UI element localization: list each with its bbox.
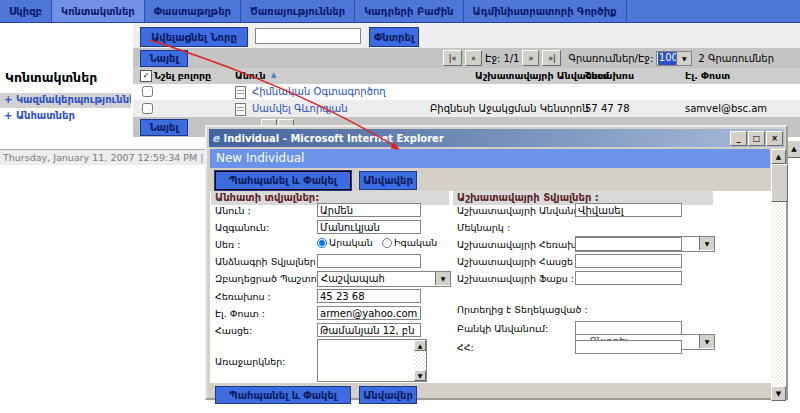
form-panel: Անհատի տվյալներ: Աշխատավայրի Տվյալներ : …	[210, 191, 771, 383]
cancel-button[interactable]: Անվավեր	[359, 386, 417, 404]
phone-label: Հեռախոս :	[215, 291, 271, 302]
sidebar-item-label[interactable]: Կազմակերպություններ	[16, 94, 131, 105]
view-button[interactable]: Նայել	[140, 119, 188, 136]
popup-scrollbar[interactable]: ▲ ▼	[771, 149, 786, 401]
per-page-select[interactable]: 100 ▼	[656, 51, 692, 66]
minimize-button[interactable]: _	[730, 131, 747, 146]
chevron-down-icon[interactable]: ▼	[699, 237, 714, 250]
prev-page-button[interactable]: «	[465, 50, 482, 66]
view-button[interactable]: Նայել	[140, 50, 188, 67]
surname-field[interactable]	[317, 220, 421, 234]
account-number-field[interactable]	[575, 340, 682, 354]
sort-ascending-icon[interactable]: ▲	[271, 71, 276, 79]
last-page-button[interactable]: »|	[542, 50, 561, 66]
scroll-down-icon[interactable]: ▼	[414, 370, 426, 381]
popup-window: e Individual - Microsoft Internet Explor…	[205, 125, 788, 400]
contact-name-link[interactable]: Սամվել Գևորգյան	[252, 103, 348, 114]
maximize-button[interactable]: □	[748, 131, 765, 146]
bank-name-field[interactable]	[575, 321, 682, 335]
workplace-phone-field[interactable]	[575, 237, 682, 251]
passport-field[interactable]	[317, 254, 421, 268]
sidebar-item-individuals[interactable]: + Անհատներ	[0, 109, 131, 124]
sidebar-item-label[interactable]: Անհատներ	[16, 110, 75, 121]
scroll-up-icon[interactable]: ▲	[771, 149, 786, 164]
nav-item-services[interactable]: Ծառայություններ	[241, 0, 355, 22]
address-label: Հասցե:	[215, 325, 252, 336]
search-input[interactable]	[255, 28, 361, 44]
chevron-down-icon[interactable]: ▼	[699, 335, 714, 348]
nav-item-hr[interactable]: Կադրերի Բաժին	[355, 0, 463, 22]
plus-icon[interactable]: +	[4, 110, 12, 121]
address-field[interactable]	[317, 323, 421, 337]
page-value: 1/1	[503, 53, 519, 64]
workplace-phone-label: Աշխատավայրի Հեռախոս:	[457, 239, 592, 250]
popup-page-header: New Individual	[210, 149, 770, 168]
textarea-scrollbar[interactable]: ▲ ▼	[414, 340, 426, 381]
passport-label: Անձնագրի Տվյալներ :	[215, 256, 322, 267]
email-field[interactable]	[317, 306, 421, 320]
scrollbar-thumb[interactable]	[771, 164, 788, 202]
name-label: Անուն :	[215, 205, 251, 216]
document-icon[interactable]	[235, 86, 246, 99]
chevron-down-icon[interactable]: ▼	[676, 52, 691, 65]
phone-field[interactable]	[317, 289, 421, 303]
gender-female-label: Իգական	[394, 237, 437, 248]
cell-phone: 57 47 78	[585, 103, 630, 114]
column-header-name[interactable]: Անուն	[235, 70, 266, 81]
radio-male[interactable]	[317, 238, 327, 248]
gender-label: Սեռ :	[215, 239, 240, 250]
workplace-name-label: Աշխատավայրի Անվանում:	[457, 205, 593, 216]
scrollbar-track[interactable]	[414, 351, 426, 370]
cell-workplace: Բիզնեսի Աջակցման Կենտրոն	[430, 103, 589, 114]
informed-from-label: Որտեղից է Տեղեկացված :	[457, 304, 588, 315]
close-button[interactable]: ×	[766, 131, 783, 146]
save-and-close-button[interactable]: Պահպանել և Փակել	[215, 386, 351, 404]
nav-item-admin-tools[interactable]: Ադմինիստրատորի Գործիք	[464, 0, 627, 22]
scroll-up-icon[interactable]: ▲	[414, 340, 426, 351]
first-page-button[interactable]: |«	[443, 50, 462, 66]
workplace-fax-field[interactable]	[575, 271, 682, 285]
gender-male-label: Արական	[329, 237, 373, 248]
contact-name-link[interactable]: Հիմնական Օգտագործող	[252, 86, 386, 97]
scrollbar-track[interactable]	[771, 164, 786, 386]
position-label: Զբաղեցրած Պաշտոն :	[215, 273, 329, 284]
save-and-close-button[interactable]: Պահպանել և Փակել	[215, 171, 351, 190]
next-page-button[interactable]: »	[522, 50, 539, 66]
gender-male-radio[interactable]: Արական	[317, 237, 373, 248]
per-page-label: Գրառումներ/Էջ:	[568, 53, 653, 64]
gender-female-radio[interactable]: Իգական	[382, 237, 437, 248]
chevron-down-icon[interactable]: ▼	[435, 272, 450, 285]
name-field[interactable]	[317, 203, 421, 217]
cell-email: samvel@bsc.am	[685, 103, 767, 114]
table-row: Սամվել Գևորգյան Բիզնեսի Աջակցման Կենտրոն…	[133, 100, 800, 117]
select-all-icon[interactable]: ✓	[140, 70, 152, 82]
column-header-email[interactable]: Էլ. Փոստ	[685, 70, 730, 81]
account-number-label: ՀՀ:	[457, 342, 474, 353]
status-bar: Thursday, January 11, 2007 12:59:34 PM |	[0, 149, 219, 165]
select-all-label[interactable]: Նշել բոլորը	[154, 70, 211, 81]
nav-item-documents[interactable]: Փաստաթղթեր	[145, 0, 241, 22]
nav-item-contacts[interactable]: Կոնտակտներ	[52, 0, 145, 22]
cancel-button[interactable]: Անվավեր	[359, 171, 417, 190]
row-checkbox[interactable]	[142, 86, 153, 97]
add-new-button[interactable]: Ավելացնել Նորը	[140, 27, 248, 47]
sidebar-item-organizations[interactable]: + Կազմակերպություններ	[0, 93, 131, 108]
workplace-name-field[interactable]	[575, 203, 682, 217]
position-select[interactable]: Հաշվապահ ▼	[317, 271, 451, 287]
suggestions-textarea[interactable]: ▲ ▼	[317, 339, 427, 382]
surname-label: Ազգանուն:	[215, 222, 269, 233]
content-area: Ավելացնել Նորը Փնտրել Նայել |« « Էջ: 1/1…	[133, 22, 800, 137]
top-navbar: Սկիզբ Կոնտակտներ Փաստաթղթեր Ծառայություն…	[0, 0, 800, 23]
column-header-phone[interactable]: Հեռախոս	[585, 70, 634, 81]
search-button[interactable]: Փնտրել	[369, 27, 419, 47]
document-icon[interactable]	[235, 103, 246, 116]
popup-titlebar[interactable]: e Individual - Microsoft Internet Explor…	[209, 129, 784, 147]
table-header-row: ✓ Նշել բոլորը Անուն ▲ Աշխատավայրի Անվանո…	[133, 68, 800, 84]
nav-item-home[interactable]: Սկիզբ	[0, 0, 52, 22]
radio-female[interactable]	[382, 238, 392, 248]
page-scroll-up-icon[interactable]: ▲	[786, 140, 800, 158]
workplace-address-field[interactable]	[575, 254, 682, 268]
scroll-down-icon[interactable]: ▼	[771, 386, 786, 401]
row-checkbox[interactable]	[142, 103, 153, 114]
plus-icon[interactable]: +	[4, 94, 12, 105]
